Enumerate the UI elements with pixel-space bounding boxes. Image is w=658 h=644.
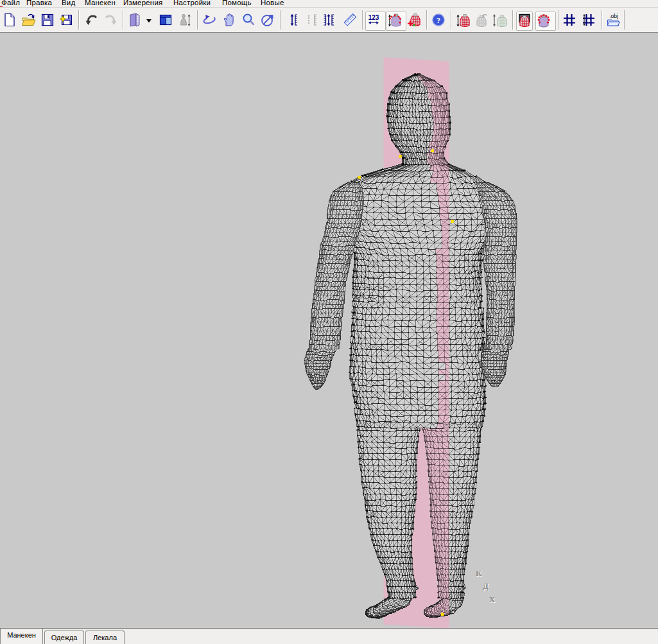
svg-text:.obj: .obj bbox=[609, 13, 618, 19]
svg-text:?: ? bbox=[437, 15, 441, 25]
svg-text:123: 123 bbox=[368, 14, 379, 21]
